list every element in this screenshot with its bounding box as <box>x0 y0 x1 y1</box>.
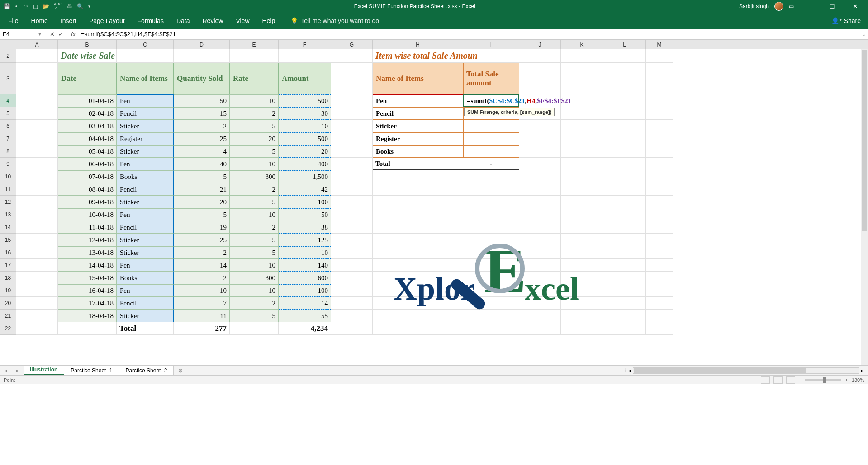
user-name[interactable]: Sarbjit singh <box>739 3 769 9</box>
row-header-12[interactable]: 12 <box>0 196 16 208</box>
cell-C15[interactable]: Sticker <box>117 234 174 246</box>
col-header-F[interactable]: F <box>279 40 331 49</box>
cell-D19[interactable]: 10 <box>174 284 230 297</box>
row-header-9[interactable]: 9 <box>0 158 16 170</box>
cancel-icon[interactable]: ✕ <box>50 31 55 38</box>
cell-E3[interactable]: Rate <box>230 63 279 94</box>
cell-H9[interactable]: Total <box>373 158 463 170</box>
cell-L20[interactable] <box>603 297 646 310</box>
cell-B4[interactable]: 01-04-18 <box>58 94 117 107</box>
cell-L7[interactable] <box>603 132 646 145</box>
row-header-18[interactable]: 18 <box>0 272 16 284</box>
cell-A17[interactable] <box>16 259 58 272</box>
cell-G9[interactable] <box>331 158 373 170</box>
cell-M22[interactable] <box>646 322 673 335</box>
cell-D3[interactable]: Quantity Sold <box>174 63 230 94</box>
tab-formulas[interactable]: Formulas <box>131 14 170 28</box>
cell-E17[interactable]: 10 <box>230 259 279 272</box>
cell-E12[interactable]: 5 <box>230 196 279 208</box>
cell-H6[interactable]: Sticker <box>373 120 463 132</box>
cell-L19[interactable] <box>603 284 646 297</box>
cell-K5[interactable] <box>561 107 603 120</box>
new-icon[interactable]: ▢ <box>33 3 38 9</box>
cell-B21[interactable]: 18-04-18 <box>58 310 117 322</box>
row-header-14[interactable]: 14 <box>0 221 16 234</box>
close-button[interactable]: ✕ <box>846 3 864 10</box>
cell-M20[interactable] <box>646 297 673 310</box>
select-all-button[interactable] <box>0 40 16 49</box>
qat-dropdown-icon[interactable]: ▾ <box>88 4 90 9</box>
cell-C22[interactable]: Total <box>117 322 174 335</box>
cell-A2[interactable] <box>16 49 58 63</box>
cell-F14[interactable]: 38 <box>279 221 331 234</box>
row-header-21[interactable]: 21 <box>0 310 16 322</box>
fx-icon[interactable]: fx <box>68 31 78 38</box>
cell-F22[interactable]: 4,234 <box>279 322 331 335</box>
printpreview-icon[interactable]: 🔍 <box>77 3 84 9</box>
cell-L10[interactable] <box>603 170 646 183</box>
cell-E14[interactable]: 2 <box>230 221 279 234</box>
cell-G15[interactable] <box>331 234 373 246</box>
cell-B20[interactable]: 17-04-18 <box>58 297 117 310</box>
col-header-I[interactable]: I <box>463 40 519 49</box>
new-sheet-button[interactable]: ⊕ <box>174 367 187 374</box>
cell-B19[interactable]: 16-04-18 <box>58 284 117 297</box>
cell-M21[interactable] <box>646 310 673 322</box>
zoom-in-button[interactable]: + <box>845 377 848 383</box>
col-header-G[interactable]: G <box>331 40 373 49</box>
row-header-15[interactable]: 15 <box>0 234 16 246</box>
cell-C9[interactable]: Pen <box>117 158 174 170</box>
cell-D18[interactable]: 2 <box>174 272 230 284</box>
cell-J3[interactable] <box>519 63 561 94</box>
cell-L6[interactable] <box>603 120 646 132</box>
cell-M3[interactable] <box>646 63 673 94</box>
sheet-nav-prev-icon[interactable]: ◂ <box>0 367 12 374</box>
cell-D12[interactable]: 20 <box>174 196 230 208</box>
cell-B2[interactable]: Date wise Sale <box>58 49 117 63</box>
cell-E20[interactable]: 2 <box>230 297 279 310</box>
cell-F3[interactable]: Amount <box>279 63 331 94</box>
cell-I12[interactable] <box>463 196 519 208</box>
cell-M14[interactable] <box>646 221 673 234</box>
cell-C14[interactable]: Pencil <box>117 221 174 234</box>
cell-A14[interactable] <box>16 221 58 234</box>
sheet-tab-practice1[interactable]: Parctice Sheet- 1 <box>64 366 119 375</box>
cell-J12[interactable] <box>519 196 561 208</box>
cell-D17[interactable]: 14 <box>174 259 230 272</box>
cell-J9[interactable] <box>519 158 561 170</box>
cell-B3[interactable]: Date <box>58 63 117 94</box>
col-header-M[interactable]: M <box>646 40 673 49</box>
cell-J10[interactable] <box>519 170 561 183</box>
cell-C7[interactable]: Register <box>117 132 174 145</box>
col-header-E[interactable]: E <box>230 40 279 49</box>
split-handle-icon[interactable]: ⁞ <box>625 367 626 374</box>
cell-A4[interactable] <box>16 94 58 107</box>
cell-D22[interactable]: 277 <box>174 322 230 335</box>
redo-icon[interactable]: ↷ <box>24 3 28 9</box>
cell-C18[interactable]: Books <box>117 272 174 284</box>
cell-B18[interactable]: 15-04-18 <box>58 272 117 284</box>
tab-insert[interactable]: Insert <box>54 14 83 28</box>
cell-I14[interactable] <box>463 221 519 234</box>
cell-E22[interactable] <box>230 322 279 335</box>
col-header-J[interactable]: J <box>519 40 561 49</box>
cell-L3[interactable] <box>603 63 646 94</box>
cell-F19[interactable]: 100 <box>279 284 331 297</box>
cell-L18[interactable] <box>603 272 646 284</box>
cell-A11[interactable] <box>16 183 58 196</box>
cell-K14[interactable] <box>561 221 603 234</box>
cell-F16[interactable]: 10 <box>279 246 331 259</box>
cell-A6[interactable] <box>16 120 58 132</box>
cell-H11[interactable] <box>373 183 463 196</box>
cell-I7[interactable] <box>463 132 519 145</box>
tab-file[interactable]: File <box>2 14 25 28</box>
cell-C3[interactable]: Name of Items <box>117 63 174 94</box>
cell-M9[interactable] <box>646 158 673 170</box>
cell-G5[interactable] <box>331 107 373 120</box>
cell-F11[interactable]: 42 <box>279 183 331 196</box>
cell-G17[interactable] <box>331 259 373 272</box>
cell-A13[interactable] <box>16 208 58 221</box>
cell-G16[interactable] <box>331 246 373 259</box>
cell-C6[interactable]: Sticker <box>117 120 174 132</box>
row-header-20[interactable]: 20 <box>0 297 16 310</box>
